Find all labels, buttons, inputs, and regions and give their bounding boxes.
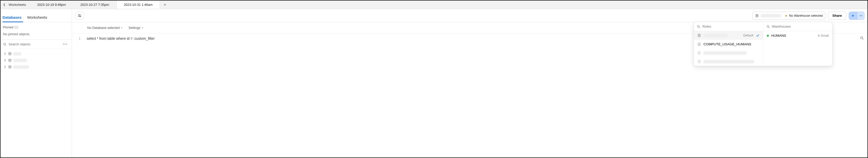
role-icon — [698, 42, 701, 46]
role-warehouse-selector[interactable]: ● No Warehouse selected — [752, 12, 826, 20]
svg-point-3 — [80, 16, 80, 17]
worksheet-tab[interactable]: 2023-10-27 7:35pm — [73, 1, 116, 9]
svg-line-7 — [5, 44, 6, 45]
svg-point-20 — [699, 52, 700, 53]
worksheet-tab[interactable]: 2023-10-31 1:46am — [116, 1, 160, 9]
svg-point-1 — [79, 14, 79, 15]
object-explorer: Pinned (0) No pinned objects ••• — [1, 22, 72, 157]
svg-line-14 — [699, 27, 700, 28]
role-item[interactable] — [694, 57, 763, 66]
svg-point-8 — [9, 53, 11, 54]
object-search-more[interactable]: ••• — [61, 42, 69, 46]
database-icon — [8, 59, 12, 62]
search-icon — [766, 25, 770, 28]
search-icon — [697, 25, 701, 28]
role-item[interactable] — [694, 49, 763, 57]
database-tree-item[interactable] — [2, 57, 71, 64]
svg-point-16 — [699, 35, 700, 35]
chevron-down-icon — [859, 14, 862, 17]
share-button[interactable]: Share — [828, 12, 846, 20]
role-icon — [755, 14, 759, 18]
warehouses-search-input[interactable] — [772, 25, 830, 28]
chevron-left-icon — [3, 3, 6, 7]
database-tree — [1, 49, 72, 72]
caret-down-icon: ▾ — [121, 27, 122, 29]
back-button[interactable] — [1, 1, 8, 9]
object-search-row: ••• — [1, 40, 72, 49]
warehouse-status-dot: ● — [785, 14, 787, 18]
chevron-right-icon — [4, 65, 7, 68]
tab-worksheets[interactable]: Worksheets — [27, 15, 51, 22]
role-item[interactable]: Default — [694, 31, 763, 40]
breadcrumb[interactable]: Worksheets — [8, 1, 30, 9]
caret-down-icon: ▾ — [142, 27, 143, 29]
role-name: COMPUTE_USAGE_HUMANS — [704, 42, 751, 46]
pinned-empty-text: No pinned objects — [1, 31, 72, 40]
roles-search-input[interactable] — [703, 25, 760, 28]
worksheet-tab[interactable]: 2023-10-19 9:49pm — [30, 1, 73, 9]
svg-point-18 — [699, 43, 700, 44]
role-icon — [698, 51, 701, 55]
database-icon — [8, 65, 12, 69]
warehouse-item[interactable]: HUMANS X-Small — [763, 31, 833, 40]
plus-icon: + — [164, 3, 166, 7]
line-gutter: 1 — [72, 35, 85, 157]
svg-point-22 — [699, 61, 700, 62]
warehouse-status-icon — [767, 35, 769, 37]
pinned-label: Pinned — [3, 25, 13, 29]
editor-settings-dropdown[interactable]: Settings ▾ — [128, 26, 143, 30]
run-button[interactable] — [849, 12, 857, 20]
database-selector[interactable]: No Database selected ▾ — [87, 26, 122, 30]
line-number: 1 — [72, 36, 81, 40]
roles-column: Default COMPUTE_USAGE_HUMANS — [694, 22, 763, 66]
editor-options-button[interactable] — [75, 12, 84, 20]
toolbar: Databases Worksheets ● No Warehouse sele… — [1, 9, 867, 22]
chevron-right-icon — [4, 52, 7, 55]
editor-search-button[interactable] — [860, 36, 864, 40]
svg-point-10 — [9, 66, 11, 67]
warehouse-name: HUMANS — [771, 34, 786, 37]
database-name-redacted — [13, 65, 29, 69]
role-icon — [698, 60, 701, 63]
database-selector-label: No Database selected — [87, 26, 120, 30]
code-content[interactable]: select * from table where id = :custom_f… — [85, 35, 155, 157]
chevron-right-icon — [4, 59, 7, 62]
search-icon — [3, 42, 7, 46]
svg-point-5 — [757, 15, 757, 15]
object-search-input[interactable] — [9, 42, 59, 46]
role-name-redacted — [704, 34, 728, 37]
role-icon — [698, 34, 701, 37]
run-dropdown-button[interactable] — [857, 12, 864, 20]
database-name-redacted — [13, 59, 27, 62]
warehouse-size: X-Small — [817, 34, 829, 37]
database-tree-item[interactable] — [2, 64, 71, 70]
warehouses-column: HUMANS X-Small — [763, 22, 833, 66]
svg-line-12 — [862, 38, 863, 39]
sliders-icon — [78, 14, 82, 18]
role-warehouse-flyout: Default COMPUTE_USAGE_HUMANS — [693, 22, 833, 66]
role-default-tag: Default — [743, 34, 753, 37]
search-icon — [860, 36, 864, 40]
run-button-group — [849, 12, 864, 20]
role-name-redacted — [704, 60, 754, 63]
svg-line-24 — [768, 27, 769, 28]
role-name-redacted — [704, 52, 747, 55]
new-worksheet-button[interactable]: + — [160, 1, 170, 9]
check-icon — [756, 34, 760, 37]
role-name-redacted — [761, 14, 781, 18]
role-item[interactable]: COMPUTE_USAGE_HUMANS — [694, 40, 763, 49]
left-panel-tabs: Databases Worksheets — [1, 9, 72, 22]
warehouse-text: No Warehouse selected — [789, 14, 823, 18]
database-tree-item[interactable] — [2, 51, 71, 57]
tab-databases[interactable]: Databases — [3, 15, 25, 22]
play-icon — [851, 14, 855, 17]
worksheet-tabbar: Worksheets 2023-10-19 9:49pm 2023-10-27 … — [1, 1, 867, 9]
database-icon — [8, 52, 12, 56]
svg-point-9 — [9, 59, 11, 60]
database-name-redacted — [13, 52, 21, 56]
pinned-count: (0) — [14, 25, 18, 29]
settings-label: Settings — [128, 26, 141, 30]
pinned-header: Pinned (0) — [1, 22, 72, 31]
